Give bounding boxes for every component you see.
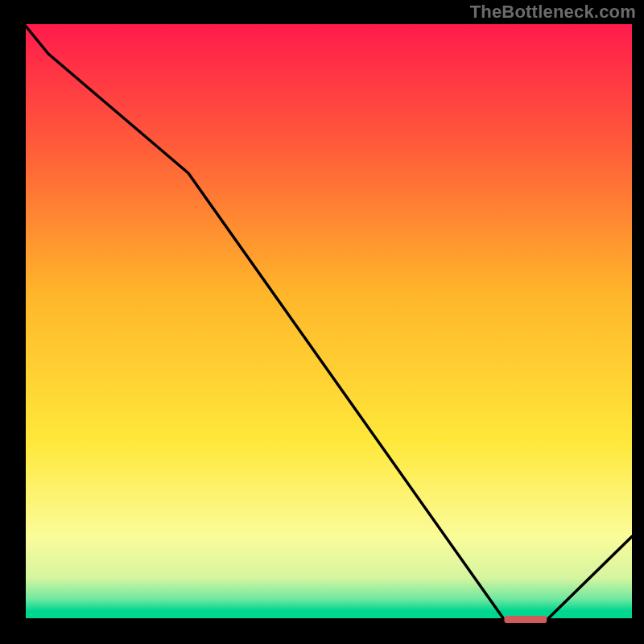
bottleneck-chart: [0, 0, 644, 644]
chart-container: TheBottleneck.com: [0, 0, 644, 644]
optimal-marker: [504, 616, 547, 623]
plot-background: [24, 24, 632, 620]
